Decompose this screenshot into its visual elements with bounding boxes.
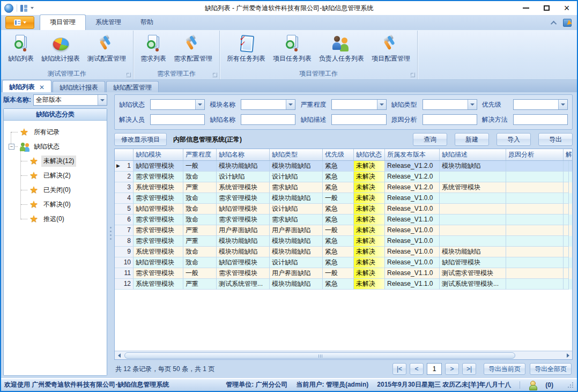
prev-page-button[interactable]: < bbox=[410, 363, 424, 375]
filter-label: 严重程度 bbox=[300, 100, 331, 109]
table-row[interactable]: ▶10 缺陷管理模块 致命 缺陷管理模块 设计缺陷 紧急 未解决 Release… bbox=[115, 257, 572, 268]
tree-item[interactable]: − 未解决(12) bbox=[7, 154, 107, 168]
export-button[interactable]: 导出 bbox=[538, 133, 573, 146]
search-button[interactable]: 查询 bbox=[413, 133, 447, 146]
scroll-right-button[interactable] bbox=[564, 351, 572, 360]
collapse-ribbon-icon[interactable] bbox=[551, 20, 557, 26]
dialog-launcher-icon[interactable] bbox=[126, 72, 131, 77]
ribbon-button[interactable]: 需求配置管理 bbox=[170, 33, 216, 64]
column-header[interactable]: 缺陷状态 bbox=[354, 149, 385, 160]
ribbon-button[interactable]: 负责人任务列表 bbox=[315, 33, 368, 64]
column-header[interactable]: 缺陷描述 bbox=[440, 149, 506, 160]
ribbon-button[interactable]: 项目配置管理 bbox=[368, 33, 414, 64]
ribbon-tab-project[interactable]: 项目管理 bbox=[40, 14, 86, 30]
export-current-page-button[interactable]: 导出当前页 bbox=[484, 363, 525, 375]
next-page-button[interactable]: > bbox=[445, 363, 459, 375]
filter-combobox[interactable] bbox=[423, 99, 477, 110]
column-header[interactable]: 缺陷类型 bbox=[270, 149, 323, 160]
column-header[interactable]: 原因分析 bbox=[506, 149, 564, 160]
sidebar-splitter[interactable] bbox=[107, 92, 114, 378]
ribbon-tab-system[interactable]: 系统管理 bbox=[86, 15, 131, 30]
dropdown-button[interactable] bbox=[377, 100, 386, 109]
tree-item[interactable]: − 已解决(2) bbox=[7, 168, 107, 183]
online-users-icon[interactable] bbox=[529, 381, 537, 389]
last-page-button[interactable]: >| bbox=[462, 363, 476, 375]
scrollbar-thumb[interactable] bbox=[124, 352, 515, 359]
resize-grip[interactable] bbox=[567, 382, 574, 388]
ribbon-button[interactable]: 所有任务列表 bbox=[223, 33, 269, 64]
table-row[interactable]: ▶3 系统管理模块 严重 系统管理模块 需求缺陷 紧急 未解决 Release_… bbox=[115, 182, 572, 193]
column-header[interactable]: 缺陷名称 bbox=[217, 149, 270, 160]
table-row[interactable]: ▶11 需求管理模块 一般 需求管理模块 用户界面缺陷 一般 未解决 Relea… bbox=[115, 268, 572, 279]
new-button[interactable]: 新建 bbox=[455, 133, 489, 146]
dialog-launcher-icon[interactable] bbox=[410, 72, 415, 77]
import-button[interactable]: 导入 bbox=[497, 133, 531, 146]
filter-combobox[interactable] bbox=[331, 99, 386, 110]
about-icon[interactable] bbox=[563, 19, 572, 27]
ribbon-tab-help[interactable]: 帮助 bbox=[131, 15, 163, 30]
table-row[interactable]: ▶2 需求管理模块 致命 设计缺陷 设计缺陷 紧急 未解决 Release_V1… bbox=[115, 172, 572, 182]
table-row[interactable]: ▶1 缺陷管理模块 一般 模块功能缺陷 模块功能缺陷 紧急 未解决 Releas… bbox=[115, 161, 572, 172]
dropdown-button[interactable] bbox=[286, 100, 295, 109]
filter-combobox[interactable] bbox=[150, 99, 205, 110]
dropdown-button[interactable] bbox=[195, 100, 204, 109]
doc-tab-defect-list[interactable]: 缺陷列表 ✕ bbox=[2, 80, 51, 92]
dropdown-button[interactable] bbox=[558, 100, 567, 109]
pager: |< < > >| bbox=[392, 363, 476, 375]
table-row[interactable]: ▶9 系统管理模块 致命 模块功能缺陷 模块功能缺陷 紧急 未解决 Releas… bbox=[115, 247, 572, 257]
modify-columns-button[interactable]: 修改显示项目 bbox=[114, 133, 167, 146]
tree-item[interactable]: − 不解决(0) bbox=[7, 197, 107, 212]
column-header[interactable]: 优先级 bbox=[323, 149, 354, 160]
version-select-value: 全部版本 bbox=[34, 95, 98, 105]
first-page-button[interactable]: |< bbox=[392, 363, 406, 375]
doc-tab-defect-report[interactable]: 缺陷统计报表 bbox=[53, 81, 105, 92]
doc-tab-defect-config[interactable]: 缺陷配置管理 bbox=[106, 81, 159, 92]
dialog-launcher-icon[interactable] bbox=[212, 72, 217, 77]
ribbon-button[interactable]: 缺陷列表 bbox=[4, 33, 38, 64]
tree-item[interactable]: − 所有记录 bbox=[7, 125, 107, 139]
main-area: 版本名称: 全部版本 缺陷状态分类 − 所有记录 bbox=[1, 92, 577, 378]
cell-severity: 严重 bbox=[183, 279, 217, 290]
close-button[interactable]: × bbox=[557, 1, 577, 15]
column-header[interactable]: 缺陷模块 bbox=[134, 149, 183, 160]
filter-text-input[interactable] bbox=[513, 114, 568, 125]
tree-item[interactable]: − 已关闭(0) bbox=[7, 183, 107, 197]
column-header[interactable]: 解决 bbox=[564, 149, 572, 160]
filter-text-input[interactable] bbox=[423, 114, 477, 125]
filter-text-input[interactable] bbox=[241, 114, 295, 125]
table-row[interactable]: ▶5 缺陷管理模块 致命 缺陷管理模块 设计缺陷 紧急 未解决 Release_… bbox=[115, 204, 572, 215]
application-menu-button[interactable] bbox=[5, 16, 34, 29]
version-select[interactable]: 全部版本 bbox=[33, 94, 107, 106]
close-tab-icon[interactable]: ✕ bbox=[39, 85, 45, 90]
table-row[interactable]: ▶7 需求管理模块 严重 用户界面缺陷 用户界面缺陷 一般 未解决 Releas… bbox=[115, 225, 572, 236]
filter-combobox[interactable] bbox=[513, 99, 568, 110]
maximize-button[interactable] bbox=[536, 1, 557, 15]
collapse-minus-icon[interactable]: − bbox=[9, 144, 14, 150]
table-row[interactable]: ▶8 需求管理模块 严重 模块功能缺陷 模块功能缺陷 紧急 未解决 Releas… bbox=[115, 236, 572, 247]
table-row[interactable]: ▶6 需求管理模块 致命 需求管理模块 需求缺陷 紧急 未解决 Release_… bbox=[115, 215, 572, 225]
dropdown-button[interactable] bbox=[98, 95, 107, 105]
ribbon-button[interactable]: 缺陷统计报表 bbox=[38, 33, 84, 64]
cell-release: Release_V1.0.0 bbox=[385, 257, 440, 268]
page-number-input[interactable] bbox=[427, 363, 442, 375]
column-header[interactable]: 所属发布版本 bbox=[385, 149, 440, 160]
table-row[interactable]: ▶4 需求管理模块 致命 需求管理模块 模块功能缺陷 一般 未解决 Releas… bbox=[115, 193, 572, 204]
horizontal-scrollbar[interactable] bbox=[115, 351, 572, 359]
tree-item[interactable]: − 推迟(0) bbox=[7, 212, 107, 226]
filter-combobox[interactable] bbox=[241, 99, 295, 110]
chevron-down-icon[interactable] bbox=[31, 7, 34, 9]
column-header[interactable]: 严重程度 bbox=[183, 149, 217, 160]
export-all-pages-button[interactable]: 导出全部页 bbox=[530, 363, 572, 375]
scroll-left-button[interactable] bbox=[115, 351, 123, 360]
tree-item[interactable]: − 缺陷状态 bbox=[7, 139, 107, 154]
ribbon-button[interactable]: 需求列表 bbox=[137, 33, 170, 64]
table-row[interactable]: ▶12 系统管理模块 严重 测试系统管理... 模块功能缺陷 紧急 未解决 Re… bbox=[115, 279, 572, 290]
ribbon-button[interactable]: 项目任务列表 bbox=[269, 33, 315, 64]
ribbon-button-icon bbox=[236, 34, 256, 53]
ribbon-button[interactable]: 测试配置管理 bbox=[84, 33, 130, 64]
layout-icon[interactable] bbox=[20, 5, 27, 12]
minimize-button[interactable] bbox=[516, 1, 536, 15]
filter-text-input[interactable] bbox=[150, 114, 205, 125]
dropdown-button[interactable] bbox=[468, 100, 477, 109]
filter-text-input[interactable] bbox=[331, 114, 386, 125]
